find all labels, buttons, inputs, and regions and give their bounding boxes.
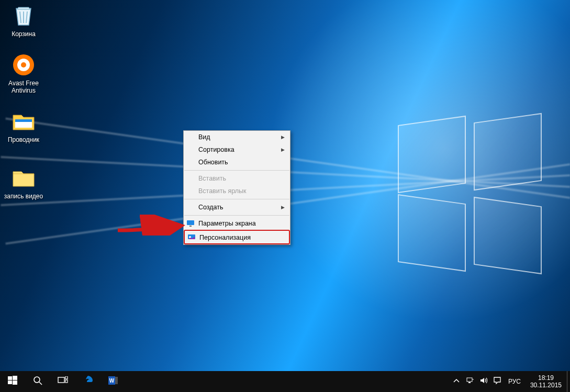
task-view-button[interactable]: [50, 371, 75, 392]
wallpaper-pane: [474, 197, 542, 274]
tray-network[interactable]: [463, 371, 477, 392]
taskbar-app-word[interactable]: W: [100, 371, 126, 392]
menu-item-label: Параметры экрана: [198, 220, 256, 227]
desktop-context-menu: Вид Сортировка Обновить Вставить Вставит…: [183, 130, 290, 245]
notifications-icon: [493, 376, 501, 387]
menu-item-view[interactable]: Вид: [184, 131, 290, 143]
svg-rect-11: [8, 380, 12, 384]
tray-show-hidden-icons[interactable]: [450, 371, 463, 392]
svg-line-14: [39, 382, 42, 385]
network-icon: [466, 376, 474, 387]
desktop-icon-avast[interactable]: Avast Free Antivirus: [3, 52, 44, 94]
icon-label: Корзина: [3, 30, 44, 38]
menu-item-label: Вставить: [198, 175, 226, 182]
chevron-up-icon: [453, 377, 460, 386]
menu-item-paste: Вставить: [184, 172, 290, 185]
language-label: РУС: [508, 378, 521, 385]
tray-language-indicator[interactable]: РУС: [504, 371, 525, 392]
menu-separator: [184, 170, 289, 171]
clock-date: 30.11.2015: [530, 382, 562, 389]
svg-rect-16: [65, 376, 68, 379]
wallpaper-pane: [474, 113, 542, 191]
display-settings-icon: [186, 219, 195, 228]
system-tray: РУС 18:19 30.11.2015: [450, 371, 570, 392]
svg-rect-4: [15, 119, 32, 122]
menu-item-label: Персонализация: [199, 234, 251, 241]
icon-label: Avast Free Antivirus: [3, 80, 44, 94]
start-button[interactable]: [0, 371, 25, 392]
icon-label: запись видео: [3, 193, 44, 200]
task-view-icon: [58, 376, 68, 387]
folder-icon: [11, 165, 36, 191]
svg-point-13: [34, 377, 40, 383]
svg-text:W: W: [109, 378, 115, 384]
search-button[interactable]: [25, 371, 50, 392]
menu-item-label: Вид: [198, 133, 210, 141]
menu-item-paste-shortcut: Вставить ярлык: [184, 185, 290, 197]
personalize-icon: [187, 233, 196, 242]
wallpaper-pane: [398, 194, 466, 272]
windows-logo-icon: [8, 376, 17, 387]
desktop-icon-explorer[interactable]: Проводник: [3, 109, 44, 143]
tray-action-center[interactable]: [490, 371, 504, 392]
tray-volume[interactable]: [477, 371, 490, 392]
word-icon: W: [108, 375, 118, 388]
menu-item-label: Обновить: [198, 159, 228, 166]
taskbar: W РУС 18:19 30.11.2015: [0, 371, 570, 392]
annotation-arrow: [115, 215, 188, 236]
avast-icon: [11, 52, 36, 77]
svg-rect-17: [65, 380, 68, 383]
svg-rect-6: [189, 226, 192, 227]
menu-item-new[interactable]: Создать: [184, 201, 290, 214]
icon-label: Проводник: [3, 136, 44, 143]
svg-rect-10: [13, 376, 17, 380]
recycle-bin-icon: [11, 3, 36, 28]
svg-rect-20: [115, 377, 118, 384]
clock-time: 18:19: [530, 374, 562, 382]
svg-rect-5: [187, 220, 194, 225]
svg-point-2: [21, 62, 26, 68]
edge-icon: [82, 375, 94, 388]
desktop[interactable]: Корзина Avast Free Antivirus Проводник з…: [0, 0, 570, 371]
svg-rect-9: [8, 376, 12, 380]
menu-separator: [184, 199, 289, 199]
desktop-icon-recycle-bin[interactable]: Корзина: [3, 3, 44, 38]
wallpaper-pane: [398, 116, 466, 193]
menu-item-personalize[interactable]: Персонализация: [184, 230, 290, 244]
tray-clock[interactable]: 18:19 30.11.2015: [525, 374, 567, 389]
menu-item-label: Сортировка: [198, 146, 234, 153]
svg-rect-15: [58, 377, 64, 383]
menu-item-label: Вставить ярлык: [198, 187, 247, 195]
show-desktop-button[interactable]: [567, 371, 570, 392]
menu-item-refresh[interactable]: Обновить: [184, 156, 290, 169]
svg-rect-12: [13, 380, 17, 385]
menu-item-display-settings[interactable]: Параметры экрана: [184, 217, 290, 230]
file-explorer-icon: [11, 109, 36, 134]
search-icon: [33, 376, 42, 387]
svg-rect-21: [467, 378, 472, 382]
svg-rect-22: [468, 382, 471, 383]
menu-separator: [184, 215, 289, 216]
taskbar-app-edge[interactable]: [75, 371, 100, 392]
menu-item-sort[interactable]: Сортировка: [184, 143, 290, 156]
menu-item-label: Создать: [198, 204, 223, 211]
desktop-icon-video-recording[interactable]: запись видео: [3, 165, 44, 200]
volume-icon: [479, 376, 488, 387]
